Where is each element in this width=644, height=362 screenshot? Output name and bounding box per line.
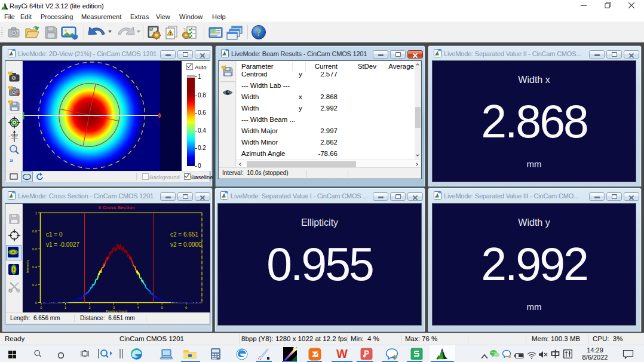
svg-text:?: ?: [256, 27, 262, 38]
svg-text:0.6: 0.6: [32, 247, 38, 251]
svg-text:0.4: 0.4: [32, 265, 38, 269]
svg-text:v2 = 0.0000: v2 = 0.0000: [170, 241, 202, 248]
svg-text:c2 = 6.651: c2 = 6.651: [170, 231, 198, 238]
svg-text:Intensity: Intensity: [26, 260, 29, 273]
svg-text:0.8: 0.8: [32, 229, 38, 233]
svg-text:-: -: [9, 134, 10, 138]
svg-text:X Cross Section: X Cross Section: [98, 205, 134, 210]
svg-text:W: W: [336, 348, 348, 360]
svg-text:v1 = -0.0027: v1 = -0.0027: [46, 241, 79, 248]
svg-text:c1 = 0: c1 = 0: [46, 231, 63, 238]
svg-text:0.2: 0.2: [32, 283, 38, 287]
